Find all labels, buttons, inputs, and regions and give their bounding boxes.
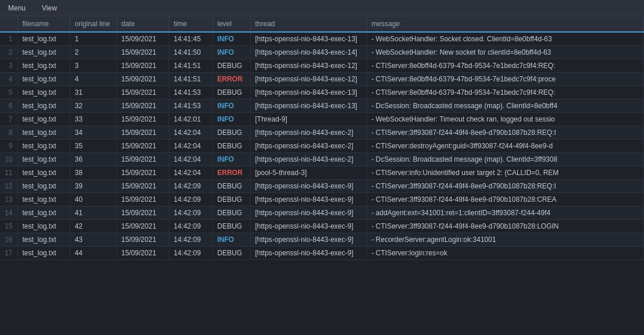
table-row[interactable]: 8 test_log.txt 34 15/09/2021 14:42:04 DE… <box>0 126 644 140</box>
menu-view[interactable]: View <box>38 3 61 13</box>
cell-origline: 40 <box>70 193 116 206</box>
cell-origline: 43 <box>70 233 116 247</box>
cell-index: 2 <box>0 46 17 59</box>
log-table-container: filename original line date time level t… <box>0 16 644 335</box>
cell-date: 15/09/2021 <box>116 140 169 153</box>
cell-date: 15/09/2021 <box>116 126 169 140</box>
cell-filename: test_log.txt <box>17 220 70 233</box>
cell-level: INFO <box>212 153 250 166</box>
cell-time: 14:42:09 <box>169 233 212 247</box>
cell-date: 15/09/2021 <box>116 73 169 86</box>
cell-index: 16 <box>0 233 17 247</box>
cell-filename: test_log.txt <box>17 247 70 260</box>
cell-message: - DcSession: Broadcasted message (map). … <box>367 153 644 166</box>
cell-origline: 36 <box>70 153 116 166</box>
cell-time: 14:41:53 <box>169 99 212 113</box>
cell-level: INFO <box>212 46 250 59</box>
cell-index: 4 <box>0 73 17 86</box>
cell-index: 11 <box>0 166 17 180</box>
table-row[interactable]: 14 test_log.txt 41 15/09/2021 14:42:09 D… <box>0 206 644 220</box>
cell-filename: test_log.txt <box>17 166 70 180</box>
cell-index: 15 <box>0 220 17 233</box>
cell-message: - CTIServer:3ff93087-f244-49f4-8ee9-d790… <box>367 126 644 140</box>
cell-filename: test_log.txt <box>17 193 70 206</box>
table-row[interactable]: 17 test_log.txt 44 15/09/2021 14:42:09 D… <box>0 247 644 260</box>
cell-filename: test_log.txt <box>17 126 70 140</box>
cell-index: 17 <box>0 247 17 260</box>
cell-date: 15/09/2021 <box>116 153 169 166</box>
table-row[interactable]: 1 test_log.txt 1 15/09/2021 14:41:45 INF… <box>0 32 644 46</box>
cell-date: 15/09/2021 <box>116 247 169 260</box>
cell-filename: test_log.txt <box>17 180 70 193</box>
menu-menu[interactable]: Menu <box>5 3 29 13</box>
cell-time: 14:41:50 <box>169 46 212 59</box>
table-row[interactable]: 16 test_log.txt 43 15/09/2021 14:42:09 I… <box>0 233 644 247</box>
table-row[interactable]: 7 test_log.txt 33 15/09/2021 14:42:01 IN… <box>0 113 644 126</box>
cell-level: INFO <box>212 113 250 126</box>
table-header-row: filename original line date time level t… <box>0 16 644 32</box>
table-row[interactable]: 4 test_log.txt 4 15/09/2021 14:41:51 ERR… <box>0 73 644 86</box>
table-row[interactable]: 3 test_log.txt 3 15/09/2021 14:41:51 DEB… <box>0 59 644 73</box>
cell-origline: 2 <box>70 46 116 59</box>
cell-origline: 35 <box>70 140 116 153</box>
cell-time: 14:42:01 <box>169 113 212 126</box>
col-header-origline: original line <box>70 16 116 32</box>
table-row[interactable]: 5 test_log.txt 31 15/09/2021 14:41:53 DE… <box>0 86 644 99</box>
cell-date: 15/09/2021 <box>116 59 169 73</box>
cell-level: DEBUG <box>212 247 250 260</box>
table-row[interactable]: 13 test_log.txt 40 15/09/2021 14:42:09 D… <box>0 193 644 206</box>
col-header-index <box>0 16 17 32</box>
cell-message: - CTIServer:3ff93087-f244-49f4-8ee9-d790… <box>367 220 644 233</box>
cell-origline: 3 <box>70 59 116 73</box>
table-row[interactable]: 2 test_log.txt 2 15/09/2021 14:41:50 INF… <box>0 46 644 59</box>
cell-index: 14 <box>0 206 17 220</box>
cell-message: - WebSocketHandler: Timeout check ran, l… <box>367 113 644 126</box>
cell-thread: [pool-5-thread-3] <box>250 166 367 180</box>
col-header-level: level <box>212 16 250 32</box>
cell-time: 14:42:09 <box>169 193 212 206</box>
cell-index: 1 <box>0 32 17 46</box>
cell-origline: 31 <box>70 86 116 99</box>
cell-origline: 39 <box>70 180 116 193</box>
table-row[interactable]: 15 test_log.txt 42 15/09/2021 14:42:09 D… <box>0 220 644 233</box>
cell-thread: [https-openssl-nio-8443-exec-9] <box>250 233 367 247</box>
cell-level: DEBUG <box>212 140 250 153</box>
table-row[interactable]: 11 test_log.txt 38 15/09/2021 14:42:04 E… <box>0 166 644 180</box>
cell-thread: [https-openssl-nio-8443-exec-9] <box>250 206 367 220</box>
table-row[interactable]: 9 test_log.txt 35 15/09/2021 14:42:04 DE… <box>0 140 644 153</box>
cell-time: 14:41:45 <box>169 32 212 46</box>
cell-level: DEBUG <box>212 86 250 99</box>
cell-level: ERROR <box>212 166 250 180</box>
cell-message: - CTIServer:3ff93087-f244-49f4-8ee9-d790… <box>367 180 644 193</box>
col-header-message: message <box>367 16 644 32</box>
cell-time: 14:42:09 <box>169 220 212 233</box>
table-row[interactable]: 10 test_log.txt 36 15/09/2021 14:42:04 I… <box>0 153 644 166</box>
cell-level: INFO <box>212 233 250 247</box>
cell-origline: 4 <box>70 73 116 86</box>
cell-level: DEBUG <box>212 180 250 193</box>
table-row[interactable]: 12 test_log.txt 39 15/09/2021 14:42:09 D… <box>0 180 644 193</box>
col-header-time: time <box>169 16 212 32</box>
cell-date: 15/09/2021 <box>116 99 169 113</box>
cell-thread: [https-openssl-nio-8443-exec-13] <box>250 99 367 113</box>
table-body: 1 test_log.txt 1 15/09/2021 14:41:45 INF… <box>0 32 644 260</box>
cell-filename: test_log.txt <box>17 99 70 113</box>
cell-level: DEBUG <box>212 220 250 233</box>
cell-date: 15/09/2021 <box>116 32 169 46</box>
table-row[interactable]: 6 test_log.txt 32 15/09/2021 14:41:53 IN… <box>0 99 644 113</box>
col-header-date: date <box>116 16 169 32</box>
cell-message: - WebSocketHandler: New socket for clien… <box>367 46 644 59</box>
cell-origline: 38 <box>70 166 116 180</box>
cell-thread: [https-openssl-nio-8443-exec-2] <box>250 140 367 153</box>
cell-index: 8 <box>0 126 17 140</box>
cell-time: 14:42:09 <box>169 206 212 220</box>
cell-filename: test_log.txt <box>17 206 70 220</box>
cell-index: 9 <box>0 140 17 153</box>
cell-index: 3 <box>0 59 17 73</box>
log-table: filename original line date time level t… <box>0 16 644 260</box>
cell-thread: [Thread-9] <box>250 113 367 126</box>
cell-level: ERROR <box>212 73 250 86</box>
cell-index: 12 <box>0 180 17 193</box>
cell-filename: test_log.txt <box>17 73 70 86</box>
cell-time: 14:42:04 <box>169 126 212 140</box>
